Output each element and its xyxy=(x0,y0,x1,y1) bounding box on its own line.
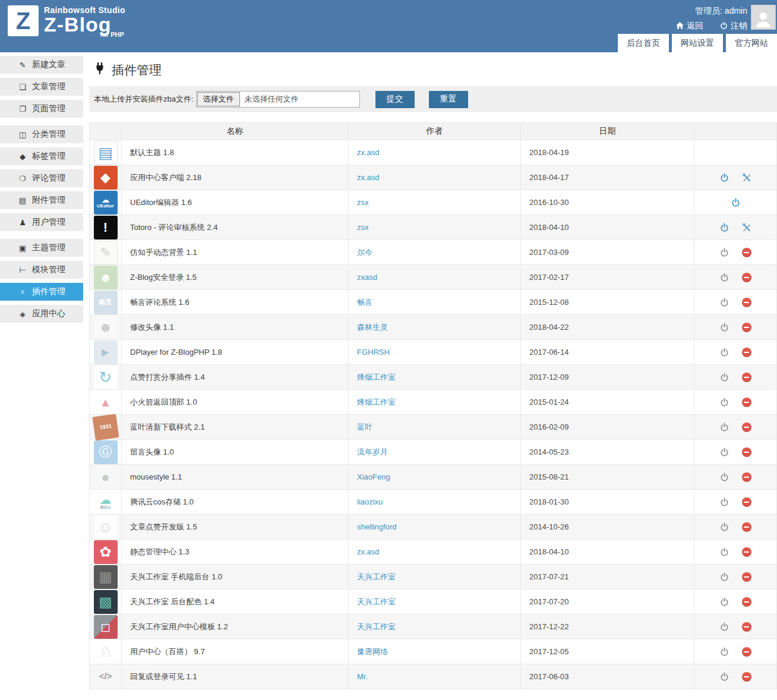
power-toggle-icon[interactable] xyxy=(720,597,729,606)
delete-icon[interactable] xyxy=(742,273,751,282)
sidebar-item-新建文章[interactable]: ✎新建文章 xyxy=(0,56,83,74)
author-link[interactable]: 天兴工作室 xyxy=(357,622,396,631)
author-link[interactable]: zsx xyxy=(357,198,369,207)
delete-icon[interactable] xyxy=(742,522,751,532)
author-link[interactable]: zxasd xyxy=(357,273,377,282)
sidebar-item-应用中心[interactable]: ◈应用中心 xyxy=(0,305,83,323)
delete-icon[interactable] xyxy=(742,298,751,307)
plugin-row: 1931蓝叶清新下载样式 2.1蓝叶2016-02-09 xyxy=(90,415,777,440)
submit-button[interactable]: 提交 xyxy=(375,91,415,108)
power-toggle-icon[interactable] xyxy=(720,323,729,332)
power-toggle-icon[interactable] xyxy=(720,298,729,307)
power-toggle-icon[interactable] xyxy=(720,398,729,406)
author-link[interactable]: 烽烟工作室 xyxy=(357,373,396,381)
tab-official-site[interactable]: 官方网站 xyxy=(726,34,777,52)
delete-icon[interactable] xyxy=(742,672,751,682)
author-link[interactable]: 流年岁月 xyxy=(357,447,388,456)
config-tools-icon[interactable] xyxy=(742,173,751,182)
author-link[interactable]: liaozixu xyxy=(357,497,383,506)
delete-icon[interactable] xyxy=(742,422,751,432)
sidebar-item-用户管理[interactable]: ♟用户管理 xyxy=(0,213,83,231)
sidebar-item-分类管理[interactable]: ◫分类管理 xyxy=(0,125,83,143)
sidebar-item-模块管理[interactable]: ⊢模块管理 xyxy=(0,261,83,279)
power-toggle-icon[interactable] xyxy=(720,223,729,232)
author-link[interactable]: 畅言 xyxy=(357,298,372,307)
power-toggle-icon[interactable] xyxy=(720,622,729,631)
plugin-row: ◻天兴工作室用户中心模板 1.2天兴工作室2017-12-22 xyxy=(90,614,777,639)
delete-icon[interactable] xyxy=(742,348,751,357)
plugin-icon-cell: ☁UEditor xyxy=(90,190,122,215)
delete-icon[interactable] xyxy=(742,398,751,407)
author-link[interactable]: shellingford xyxy=(357,522,397,531)
power-toggle-icon[interactable] xyxy=(720,497,729,506)
power-toggle-icon[interactable] xyxy=(731,198,740,207)
author-link[interactable]: FGHRSH xyxy=(357,348,390,357)
power-toggle-icon[interactable] xyxy=(720,647,729,656)
sidebar-item-页面管理[interactable]: ❐页面管理 xyxy=(0,100,83,118)
avatar[interactable] xyxy=(751,5,776,30)
plugin-icon-cell: 畅言 xyxy=(90,290,122,315)
author-link[interactable]: 天兴工作室 xyxy=(357,597,396,606)
author-link[interactable]: zx.asd xyxy=(357,148,380,157)
config-tools-icon[interactable] xyxy=(742,223,751,232)
avatar-edit-icon: ☻ xyxy=(94,316,118,339)
sidebar-item-评论管理[interactable]: ❍评论管理 xyxy=(0,169,83,187)
sidebar-group: ◫分类管理◆标签管理❍评论管理▤附件管理♟用户管理 xyxy=(0,125,83,231)
delete-icon[interactable] xyxy=(742,497,751,507)
plugin-actions-cell xyxy=(694,365,777,390)
logout-link[interactable]: 注销 xyxy=(720,21,747,31)
author-link[interactable]: 蓝叶 xyxy=(357,422,372,431)
power-toggle-icon[interactable] xyxy=(720,422,729,431)
delete-icon[interactable] xyxy=(742,323,751,332)
sidebar-item-标签管理[interactable]: ◆标签管理 xyxy=(0,147,83,165)
delete-icon[interactable] xyxy=(742,472,751,482)
choose-file-button[interactable]: 选择文件 xyxy=(197,92,240,106)
tab-site-settings[interactable]: 网站设置 xyxy=(672,34,723,52)
author-link[interactable]: 森林生灵 xyxy=(357,323,388,332)
delete-icon[interactable] xyxy=(742,447,751,457)
plugin-date: 2018-04-17 xyxy=(521,165,694,190)
power-toggle-icon[interactable] xyxy=(720,472,729,481)
power-toggle-icon[interactable] xyxy=(720,447,729,456)
author-link[interactable]: XiaoFeng xyxy=(357,472,390,481)
power-toggle-icon[interactable] xyxy=(720,522,729,531)
power-toggle-icon[interactable] xyxy=(720,572,729,581)
delete-icon[interactable] xyxy=(742,547,751,557)
file-input[interactable]: 选择文件 未选择任何文件 xyxy=(196,91,360,108)
plugin-row: ▲小火箭返回顶部 1.0烽烟工作室2015-01-24 xyxy=(90,390,777,415)
back-link[interactable]: 返回 xyxy=(676,21,703,31)
sidebar-item-label: 评论管理 xyxy=(32,173,65,184)
author-link[interactable]: 尔今 xyxy=(357,248,372,257)
author-link[interactable]: 烽烟工作室 xyxy=(357,398,396,406)
delete-icon[interactable] xyxy=(742,248,751,257)
plugin-row: ●mousestyle 1.1XiaoFeng2015-08-21 xyxy=(90,465,777,490)
author-link[interactable]: zsx xyxy=(357,223,369,232)
delete-icon[interactable] xyxy=(742,647,751,657)
author-link[interactable]: zx.asd xyxy=(357,173,380,182)
power-toggle-icon[interactable] xyxy=(720,547,729,556)
delete-icon[interactable] xyxy=(742,572,751,582)
power-toggle-icon[interactable] xyxy=(720,273,729,282)
plugin-icon-cell: ✿ xyxy=(90,540,122,565)
plugin-icon-cell: ☻ xyxy=(90,315,122,340)
sidebar-item-文章管理[interactable]: ❏文章管理 xyxy=(0,78,83,96)
power-toggle-icon[interactable] xyxy=(720,373,729,381)
delete-icon[interactable] xyxy=(742,622,751,632)
author-link[interactable]: zx.asd xyxy=(357,547,380,556)
delete-icon[interactable] xyxy=(742,597,751,607)
author-link[interactable]: Mr. xyxy=(357,672,368,681)
sidebar-item-主题管理[interactable]: ▣主题管理 xyxy=(0,239,83,257)
tab-admin-home[interactable]: 后台首页 xyxy=(618,34,669,52)
delete-icon[interactable] xyxy=(742,373,751,382)
power-toggle-icon[interactable] xyxy=(720,248,729,257)
power-toggle-icon[interactable] xyxy=(720,348,729,357)
plugin-actions-cell xyxy=(694,589,777,614)
author-link[interactable]: 天兴工作室 xyxy=(357,572,396,581)
plugin-row: ☁UEditorUEditor编辑器 1.6zsx2016-10-30 xyxy=(90,190,777,215)
sidebar-item-附件管理[interactable]: ▤附件管理 xyxy=(0,191,83,209)
power-toggle-icon[interactable] xyxy=(720,672,729,681)
reset-button[interactable]: 重置 xyxy=(429,91,468,108)
author-link[interactable]: 豫唐网络 xyxy=(357,647,388,656)
power-toggle-icon[interactable] xyxy=(720,173,729,182)
sidebar-item-插件管理[interactable]: ♆插件管理 xyxy=(0,283,83,301)
